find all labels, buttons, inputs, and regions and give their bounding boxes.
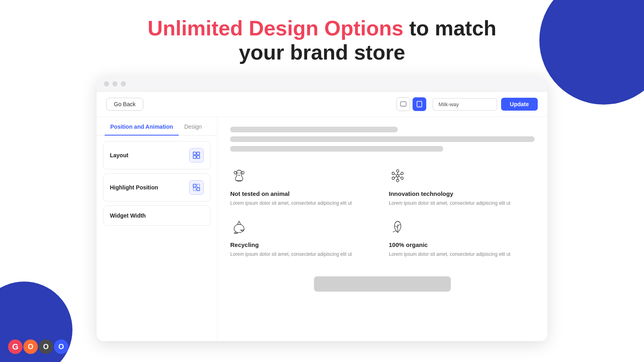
title-highlight: Unlimited Design Options: [148, 16, 404, 40]
sidebar-tabs: Position and Animation Design: [97, 117, 217, 136]
tablet-view-button[interactable]: [413, 97, 426, 111]
skeleton-bar-bottom: [314, 276, 451, 292]
feature-title-molecule: Innovation technology: [389, 190, 535, 197]
browser-mockup: Go Back Update: [97, 76, 547, 341]
desktop-view-button[interactable]: [396, 97, 410, 111]
svg-point-14: [396, 175, 399, 177]
svg-line-24: [399, 174, 401, 175]
svg-rect-8: [193, 184, 196, 187]
leaf-icon: [389, 218, 407, 236]
tab-position-animation[interactable]: Position and Animation: [105, 117, 179, 136]
layout-label: Layout: [110, 152, 128, 158]
recycle-icon: [230, 218, 248, 236]
svg-point-15: [396, 170, 399, 172]
sidebar-sections: Layout Highlight Position: [97, 136, 217, 231]
tab-design[interactable]: Design: [179, 117, 208, 136]
svg-rect-0: [400, 102, 406, 106]
page-title-line1: Unlimited Design Options to match: [0, 16, 644, 40]
svg-point-16: [396, 179, 399, 182]
logo-o1: O: [23, 339, 38, 354]
app-main: Position and Animation Design Layout: [97, 117, 547, 341]
app-toolbar: Go Back Update: [97, 92, 547, 117]
browser-dot-1: [104, 81, 109, 86]
app-layout: Go Back Update: [97, 92, 547, 341]
svg-rect-5: [197, 152, 200, 155]
toolbar-right: Update: [433, 98, 538, 111]
logo-o2: O: [39, 339, 53, 354]
svg-rect-4: [193, 152, 196, 155]
feature-desc-molecule: Lorem ipsum dolor sit amet, consectetur …: [389, 200, 535, 207]
svg-rect-10: [193, 188, 196, 191]
page-title-area: Unlimited Design Options to match your b…: [0, 0, 644, 76]
feature-title-recycle: Recycling: [230, 241, 376, 248]
feature-desc-rabbit: Lorem ipsum dolor sit amet, consectetur …: [230, 200, 376, 207]
highlight-position-grid-icon[interactable]: [189, 180, 204, 195]
browser-dot-2: [112, 81, 118, 86]
feature-grid: Not tested on animal Lorem ipsum dolor s…: [230, 163, 535, 265]
sidebar-section-highlight-position[interactable]: Highlight Position: [103, 173, 211, 202]
feature-title-leaf: 100% organic: [389, 241, 535, 248]
feature-desc-recycle: Lorem ipsum dolor sit amet, consectetur …: [230, 251, 376, 258]
feature-item-leaf: 100% organic Lorem ipsum dolor sit amet,…: [389, 214, 535, 265]
layout-grid-icon[interactable]: [189, 148, 204, 162]
feature-item-recycle: Recycling Lorem ipsum dolor sit amet, co…: [230, 214, 376, 265]
svg-rect-9: [197, 184, 200, 187]
svg-point-19: [392, 177, 394, 179]
feature-item-rabbit: Not tested on animal Lorem ipsum dolor s…: [230, 163, 376, 214]
svg-point-20: [401, 177, 403, 179]
svg-rect-11: [197, 188, 200, 191]
preview-area: Not tested on animal Lorem ipsum dolor s…: [217, 117, 547, 341]
svg-rect-6: [193, 156, 196, 158]
browser-chrome: [97, 76, 547, 92]
update-button[interactable]: Update: [501, 98, 538, 111]
go-back-button[interactable]: Go Back: [106, 98, 143, 111]
logo-o3: O: [54, 339, 68, 354]
skeleton-bars: [230, 127, 535, 152]
svg-rect-7: [197, 156, 200, 158]
svg-point-17: [392, 172, 394, 175]
search-input[interactable]: [433, 98, 497, 111]
title-rest: to match: [403, 16, 496, 40]
feature-item-molecule: Innovation technology Lorem ipsum dolor …: [389, 163, 535, 214]
highlight-position-label: Highlight Position: [110, 184, 158, 191]
svg-line-26: [399, 177, 401, 178]
widget-width-label: Widget Width: [110, 212, 146, 219]
sidebar: Position and Animation Design Layout: [97, 117, 217, 341]
page-title-line2: your brand store: [0, 40, 644, 64]
svg-point-13: [240, 173, 241, 173]
feature-title-rabbit: Not tested on animal: [230, 190, 376, 197]
skeleton-bar-3: [230, 146, 443, 152]
skeleton-bar-1: [230, 127, 398, 132]
view-toggle: [396, 97, 426, 111]
feature-desc-leaf: Lorem ipsum dolor sit amet, consectetur …: [389, 251, 535, 258]
svg-point-12: [237, 173, 238, 173]
molecule-icon: [389, 167, 407, 185]
sidebar-section-widget-width[interactable]: Widget Width: [103, 206, 211, 226]
svg-line-23: [394, 174, 397, 175]
skeleton-bar-2: [230, 136, 535, 142]
rabbit-icon: [230, 167, 248, 185]
logo-badge: G O O O: [8, 339, 68, 354]
browser-dot-3: [121, 81, 126, 86]
logo-g: G: [8, 339, 23, 354]
svg-line-25: [394, 177, 397, 178]
svg-point-3: [419, 106, 420, 107]
svg-point-18: [401, 172, 403, 175]
sidebar-section-layout[interactable]: Layout: [103, 141, 211, 169]
